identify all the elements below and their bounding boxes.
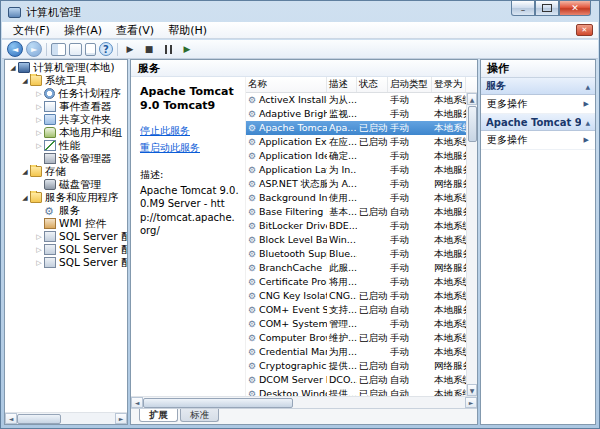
forward-icon[interactable] xyxy=(26,41,42,57)
service-row[interactable]: DCOM Server Pr... DCO... 已启动 自动 本地系统 xyxy=(246,373,466,387)
tree-item[interactable]: 服务和应用程序 xyxy=(5,191,127,204)
tree-item[interactable]: 本地用户和组 xyxy=(5,126,127,139)
tree-item[interactable]: SQL Server 配置管理器 xyxy=(5,256,127,269)
tree-expander-icon[interactable] xyxy=(34,90,44,98)
tree-item[interactable]: 事件查看器 xyxy=(5,100,127,113)
tree-item[interactable]: 设备管理器 xyxy=(5,152,127,165)
scroll-down-icon[interactable]: ▼ xyxy=(467,384,477,396)
service-row[interactable]: Certificate Propa... 将用... 手动 本地系统 xyxy=(246,275,466,289)
list-vertical-scrollbar[interactable]: ▲ ▼ xyxy=(466,93,477,396)
tree-item[interactable]: SQL Server 配置管理器 xyxy=(5,230,127,243)
service-row[interactable]: ActiveX Installer (... 为从... 手动 本地系统 xyxy=(246,93,466,107)
tree-expander-icon[interactable] xyxy=(34,129,44,137)
service-row[interactable]: Background Inte... 使用... 手动 本地系统 xyxy=(246,191,466,205)
minimize-button[interactable] xyxy=(511,1,535,16)
view-tab[interactable]: 标准 xyxy=(180,409,219,422)
service-row[interactable]: Cryptographic S... 提供... 已启动 自动 网络服务 xyxy=(246,359,466,373)
view-tab[interactable]: 扩展 xyxy=(139,409,178,422)
service-row[interactable]: Application Iden... 确定... 手动 本地服务 xyxy=(246,149,466,163)
tree-item[interactable]: 共享文件夹 xyxy=(5,113,127,126)
tree-expander-icon[interactable] xyxy=(8,64,18,72)
service-row[interactable]: BitLocker Drive ... BDE... 手动 本地系统 xyxy=(246,219,466,233)
tree-item[interactable]: 服务 xyxy=(5,204,127,217)
actions-section-services[interactable]: 服务 xyxy=(481,78,595,95)
menu-item[interactable]: 文件(F) xyxy=(6,22,57,39)
service-row[interactable]: Application Laye... 为 In... 手动 本地服务 xyxy=(246,163,466,177)
pause-icon[interactable] xyxy=(160,41,176,57)
service-row[interactable]: Adaptive Brightn... 监视... 手动 本地服务 xyxy=(246,107,466,121)
tree-expander-icon[interactable] xyxy=(20,194,30,202)
help-icon[interactable] xyxy=(99,42,113,56)
scroll-right-icon[interactable]: ► xyxy=(115,413,127,424)
tree-expander-icon[interactable] xyxy=(20,77,30,85)
tree-item[interactable]: 磁盘管理 xyxy=(5,178,127,191)
more-actions-services[interactable]: 更多操作 xyxy=(481,95,595,114)
restart-icon[interactable] xyxy=(179,41,195,57)
more-actions-selected-service[interactable]: 更多操作 xyxy=(481,131,595,150)
service-row[interactable]: Apache Tomcat ... Apa... 已启动 手动 本地系统 xyxy=(246,121,466,135)
tree-item[interactable]: SQL Server 配置管理器 xyxy=(5,243,127,256)
scroll-left-icon[interactable]: ◄ xyxy=(131,397,143,408)
column-header-startup-type[interactable]: 启动类型 xyxy=(388,77,432,92)
column-header-logon-as[interactable]: 登录为 xyxy=(432,77,466,92)
properties-icon[interactable] xyxy=(85,43,96,56)
maximize-button[interactable] xyxy=(535,1,559,16)
menu-item[interactable]: 操作(A) xyxy=(57,22,109,39)
stop-service-link[interactable]: 停止此服务 xyxy=(140,124,239,138)
tree-item[interactable]: 任务计划程序 xyxy=(5,87,127,100)
scroll-up-icon[interactable]: ▲ xyxy=(467,93,477,105)
service-row[interactable]: Credential Mana... 为用... 手动 本地系统 xyxy=(246,345,466,359)
scroll-right-icon[interactable]: ► xyxy=(465,397,477,408)
column-header-description[interactable]: 描述 xyxy=(327,77,357,92)
service-row[interactable]: Block Level Back... Win... 手动 本地系统 xyxy=(246,233,466,247)
scroll-thumb[interactable] xyxy=(17,414,61,424)
scroll-thumb[interactable] xyxy=(143,398,293,408)
menu-item[interactable]: 查看(V) xyxy=(109,22,161,39)
collapse-section-icon[interactable] xyxy=(581,83,590,90)
tree-expander-icon[interactable] xyxy=(34,246,44,254)
tree-expander-icon[interactable] xyxy=(34,233,44,241)
sep-icon[interactable] xyxy=(117,43,118,56)
tree-item[interactable]: 存储 xyxy=(5,165,127,178)
restart-service-link[interactable]: 重启动此服务 xyxy=(140,141,239,155)
list-horizontal-scrollbar[interactable]: ◄ ► xyxy=(131,396,477,408)
tree-item[interactable]: 系统工具 xyxy=(5,74,127,87)
tree-expander-icon[interactable] xyxy=(34,116,44,124)
stop-icon[interactable] xyxy=(141,41,157,57)
column-header-status[interactable]: 状态 xyxy=(357,77,388,92)
service-row[interactable]: Desktop Windo... 提供... 已启动 自动 本地系统 xyxy=(246,387,466,396)
service-row[interactable]: ASP.NET 状态服... 为 A... 手动 网络服务 xyxy=(246,177,466,191)
start-icon[interactable] xyxy=(122,41,138,57)
service-logon-as: 本地系统 xyxy=(432,345,466,359)
tree-toggle-icon[interactable] xyxy=(51,43,66,56)
close-button[interactable] xyxy=(559,1,591,16)
tree-horizontal-scrollbar[interactable]: ◄ ► xyxy=(5,412,127,424)
column-header-name[interactable]: 名称 xyxy=(246,77,327,92)
scroll-thumb[interactable] xyxy=(468,106,477,142)
service-row[interactable]: BranchCache 此服... 手动 网络服务 xyxy=(246,261,466,275)
service-logon-as: 本地系统 xyxy=(432,135,466,149)
tree-expander-icon[interactable] xyxy=(34,103,44,111)
back-icon[interactable] xyxy=(7,41,23,57)
sep-icon[interactable] xyxy=(46,43,47,56)
service-row[interactable]: Base Filtering En... 基本... 已启动 自动 本地服务 xyxy=(246,205,466,219)
service-row[interactable]: Computer Brow... 维护... 已启动 手动 本地系统 xyxy=(246,331,466,345)
scroll-left-icon[interactable]: ◄ xyxy=(5,413,17,424)
tree-expander-icon[interactable] xyxy=(34,142,44,150)
title-bar[interactable]: 计算机管理 xyxy=(2,2,598,22)
actions-section-selected-service[interactable]: Apache Tomcat 9.0 Tomc... xyxy=(481,114,595,131)
tree-expander-icon[interactable] xyxy=(20,168,30,176)
service-row[interactable]: CNG Key Isolation CNG... 已启动 手动 本地系统 xyxy=(246,289,466,303)
tree-item[interactable]: 性能 xyxy=(5,139,127,152)
service-row[interactable]: Application Expe... 在应... 已启动 手动 本地系统 xyxy=(246,135,466,149)
service-row[interactable]: Bluetooth Supp... Blue... 手动 本地服务 xyxy=(246,247,466,261)
collapse-section-icon[interactable] xyxy=(581,119,590,126)
tree-item[interactable]: 计算机管理(本地) xyxy=(5,61,127,74)
service-row[interactable]: COM+ System A... 管理... 手动 本地系统 xyxy=(246,317,466,331)
service-row[interactable]: COM+ Event Sys... 支持... 已启动 自动 本地服务 xyxy=(246,303,466,317)
export-icon[interactable] xyxy=(69,43,82,56)
menu-item[interactable]: 帮助(H) xyxy=(161,22,214,39)
console-close-icon[interactable] xyxy=(576,24,593,36)
tree-item[interactable]: WMI 控件 xyxy=(5,217,127,230)
tree-expander-icon[interactable] xyxy=(34,259,44,267)
